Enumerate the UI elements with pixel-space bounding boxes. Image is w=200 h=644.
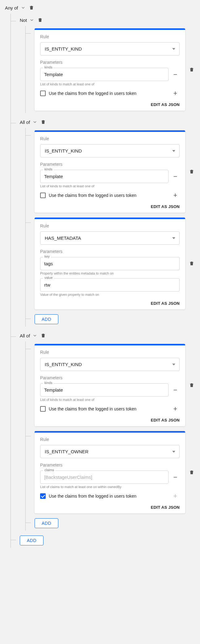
op-label: All of bbox=[20, 333, 30, 338]
rule-label: Rule bbox=[40, 136, 180, 141]
chevron-down-icon[interactable] bbox=[29, 18, 34, 22]
plus-icon[interactable]: + bbox=[171, 89, 180, 98]
trash-icon[interactable] bbox=[188, 260, 195, 267]
parameters-label: Parameters bbox=[40, 60, 180, 65]
claims-checkbox-label: Use the claims from the logged in users … bbox=[49, 193, 168, 198]
trash-icon[interactable] bbox=[40, 119, 47, 125]
claims-checkbox-label: Use the claims from the logged in users … bbox=[49, 494, 168, 499]
edit-as-json-button[interactable]: EDIT AS JSON bbox=[151, 102, 180, 107]
claims-checkbox[interactable] bbox=[40, 91, 46, 96]
edit-as-json-button[interactable]: EDIT AS JSON bbox=[151, 418, 180, 422]
helper-text: Property within the entities metadata to… bbox=[40, 271, 180, 275]
kinds-input[interactable] bbox=[40, 170, 169, 183]
parameters-label: Parameters bbox=[40, 375, 180, 380]
chevron-down-icon[interactable] bbox=[32, 333, 37, 338]
group-allof: All of Rule IS_ENTITY_KIND bbox=[20, 332, 195, 531]
minus-icon[interactable]: − bbox=[171, 473, 180, 482]
claims-checkbox-label: Use the claims from the logged in users … bbox=[49, 91, 168, 96]
key-input[interactable] bbox=[40, 257, 180, 270]
rule-card: Rule IS_ENTITY_KIND Parameters kinds bbox=[35, 344, 185, 426]
rule-card: Rule IS_ENTITY_KIND Parameters kinds bbox=[35, 130, 185, 213]
plus-icon: + bbox=[171, 492, 180, 500]
edit-as-json-button[interactable]: EDIT AS JSON bbox=[151, 204, 180, 209]
rule-card: Rule IS_ENTITY_KIND Parameters kinds bbox=[35, 28, 185, 111]
parameters-label: Parameters bbox=[40, 162, 180, 167]
edit-as-json-button[interactable]: EDIT AS JSON bbox=[151, 505, 180, 510]
helper-text: List of kinds to match at least one of bbox=[40, 82, 180, 86]
plus-icon[interactable]: + bbox=[171, 405, 180, 413]
field-legend-key: key bbox=[43, 255, 51, 258]
rule-label: Rule bbox=[40, 437, 180, 442]
field-legend-kinds: kinds bbox=[43, 65, 54, 69]
claims-checkbox[interactable] bbox=[40, 193, 46, 198]
op-label: Not bbox=[20, 18, 27, 23]
op-label: Any of bbox=[5, 5, 18, 10]
claims-checkbox-label: Use the claims from the logged in users … bbox=[49, 406, 168, 411]
field-legend-value: value bbox=[43, 276, 54, 279]
op-label: All of bbox=[20, 120, 30, 125]
rule-select[interactable]: IS_ENTITY_KIND bbox=[40, 358, 180, 371]
rule-card: Rule IS_ENTITY_OWNER Parameters claims bbox=[35, 431, 185, 513]
parameters-label: Parameters bbox=[40, 249, 180, 254]
group-allof: All of Rule IS_ENTITY_KIND bbox=[20, 118, 195, 327]
rule-label: Rule bbox=[40, 350, 180, 355]
chevron-down-icon[interactable] bbox=[32, 120, 37, 124]
edit-as-json-button[interactable]: EDIT AS JSON bbox=[151, 301, 180, 306]
trash-icon[interactable] bbox=[188, 66, 195, 73]
trash-icon[interactable] bbox=[37, 17, 44, 23]
kinds-input[interactable] bbox=[40, 68, 169, 81]
rule-select[interactable]: IS_ENTITY_KIND bbox=[40, 144, 180, 157]
trash-icon[interactable] bbox=[188, 469, 195, 476]
minus-icon[interactable]: − bbox=[171, 70, 180, 79]
plus-icon[interactable]: + bbox=[171, 191, 180, 200]
group-anyof: Any of Not bbox=[5, 4, 195, 548]
field-legend-kinds: kinds bbox=[43, 167, 54, 171]
rule-label: Rule bbox=[40, 34, 180, 39]
trash-icon[interactable] bbox=[188, 382, 195, 389]
group-not: Not Rule IS_ENTITY_KIND P bbox=[20, 16, 195, 113]
chevron-down-icon[interactable] bbox=[21, 5, 26, 10]
helper-text: List of claims to match at least one on … bbox=[40, 485, 180, 489]
add-button[interactable]: ADD bbox=[35, 314, 58, 324]
claims-checkbox[interactable] bbox=[40, 406, 46, 412]
claims-checkbox[interactable] bbox=[40, 493, 46, 499]
value-input[interactable] bbox=[40, 278, 180, 291]
rule-card: Rule HAS_METADATA Parameters key bbox=[35, 218, 185, 309]
helper-text: Value of the given property to match on bbox=[40, 293, 180, 296]
rule-label: Rule bbox=[40, 223, 180, 228]
add-button[interactable]: ADD bbox=[20, 536, 44, 545]
minus-icon[interactable]: − bbox=[171, 386, 180, 394]
helper-text: List of kinds to match at least one of bbox=[40, 398, 180, 401]
trash-icon[interactable] bbox=[28, 4, 35, 11]
field-legend-claims: claims bbox=[43, 468, 55, 472]
trash-icon[interactable] bbox=[188, 168, 195, 175]
rule-select[interactable]: IS_ENTITY_OWNER bbox=[40, 445, 180, 458]
parameters-label: Parameters bbox=[40, 463, 180, 467]
minus-icon[interactable]: − bbox=[171, 172, 180, 181]
add-button[interactable]: ADD bbox=[35, 518, 58, 528]
trash-icon[interactable] bbox=[40, 332, 47, 339]
field-legend-kinds: kinds bbox=[43, 381, 54, 385]
helper-text: List of kinds to match at least one of bbox=[40, 184, 180, 188]
rule-select[interactable]: IS_ENTITY_KIND bbox=[40, 42, 180, 55]
rule-select[interactable]: HAS_METADATA bbox=[40, 231, 180, 245]
claims-input[interactable] bbox=[40, 471, 169, 484]
kinds-input[interactable] bbox=[40, 383, 169, 397]
